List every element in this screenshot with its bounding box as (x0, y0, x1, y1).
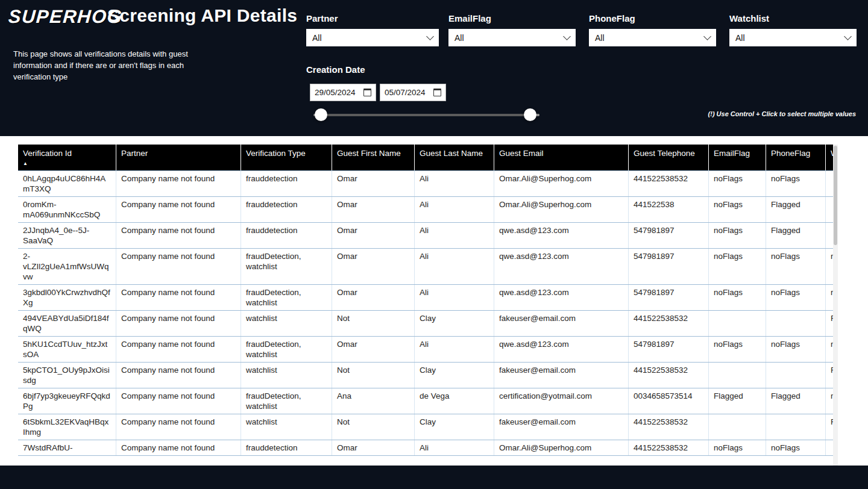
column-header-label: Guest First Name (337, 149, 401, 158)
verification-table: Verification Id▲PartnerVerification Type… (18, 145, 838, 466)
cell-verification-id: 5hKU1CcdTUuv_htzJxtsOA (18, 337, 116, 363)
start-date-input[interactable]: 29/05/2024 (310, 84, 376, 101)
column-header-guest-email[interactable]: Guest Email (494, 145, 629, 171)
cell-guest-telephone: 547981897 (629, 337, 709, 363)
calendar-icon (363, 89, 371, 96)
cell-guest-email: fakeuser@email.com (494, 363, 629, 388)
cell-partner: Company name not found (116, 197, 241, 223)
watchlist-dropdown[interactable]: All (729, 29, 857, 46)
cell-guest-first-name: Omar (332, 171, 415, 197)
table-row[interactable]: 7WstdRAfbU-Company name not foundfraudde… (18, 440, 838, 456)
cell-guest-first-name: Ana (332, 388, 415, 414)
column-header-guest-telephone[interactable]: Guest Telephone (629, 145, 709, 171)
cell-guest-email: qwe.asd@123.com (494, 249, 629, 285)
table-row[interactable]: 0romKm-mA069unmNKccSbQCompany name not f… (18, 197, 838, 223)
column-header-label: Guest Telephone (634, 149, 695, 158)
table-row[interactable]: 494VEABYdUa5iDf184fqWQCompany name not f… (18, 311, 838, 337)
cell-verification-id: 6tSbkmL32EKVaqHBqxIhmg (18, 414, 116, 440)
cell-emailflag: noFlags (709, 197, 766, 223)
cell-phoneflag: noFlags (766, 337, 826, 363)
cell-partner: Company name not found (116, 223, 241, 249)
table-row[interactable]: 0hLAgqp4uUC86hH4AmT3XQCompany name not f… (18, 171, 838, 197)
cell-guest-email: qwe.asd@123.com (494, 337, 629, 363)
cell-partner: Company name not found (116, 285, 241, 311)
column-header-partner[interactable]: Partner (116, 145, 241, 171)
creation-date-label: Creation Date (306, 64, 365, 75)
phoneflag-dropdown-value: All (595, 33, 605, 43)
cell-phoneflag: Flagged (766, 223, 826, 249)
chevron-down-icon (844, 33, 852, 40)
cell-verification-type: frauddetection (241, 440, 332, 456)
cell-guest-email: qwe.asd@123.com (494, 223, 629, 249)
watchlist-dropdown-value: All (735, 33, 745, 43)
multi-select-hint: (!) Use Control + Click to select multip… (708, 110, 856, 117)
cell-partner: Company name not found (116, 171, 241, 197)
slider-selected-range (321, 114, 530, 116)
column-header-label: EmailFlag (714, 149, 750, 158)
slider-handle-end[interactable] (524, 108, 536, 121)
cell-verification-id: 2-vLZIl2gUeA1mfWsUWqvw (18, 249, 116, 285)
phoneflag-dropdown[interactable]: All (589, 29, 716, 46)
cell-verification-id: 6bjf7yp3gkeueyRFQqkdPg (18, 388, 116, 414)
cell-verification-id: 494VEABYdUa5iDf184fqWQ (18, 311, 116, 337)
table-row[interactable]: 6bjf7yp3gkeueyRFQqkdPgCompany name not f… (18, 388, 838, 414)
cell-partner: Company name not found (116, 311, 241, 337)
cell-emailflag (709, 414, 766, 440)
cell-emailflag (709, 363, 766, 388)
end-date-input[interactable]: 05/07/2024 (380, 84, 446, 101)
cell-guest-telephone: 547981897 (629, 285, 709, 311)
column-header-label: Partner (121, 149, 148, 158)
filter-label-emailflag: EmailFlag (448, 13, 576, 23)
cell-verification-type: watchlist (241, 414, 332, 440)
cell-phoneflag (766, 414, 826, 440)
scrollbar-thumb[interactable] (834, 146, 837, 245)
emailflag-dropdown[interactable]: All (448, 29, 576, 46)
table-scrollbar[interactable] (833, 145, 838, 466)
partner-dropdown[interactable]: All (306, 29, 439, 46)
slider-handle-start[interactable] (315, 108, 327, 121)
cell-guest-last-name: Ali (415, 223, 494, 249)
cell-guest-first-name: Omar (332, 197, 415, 223)
table-row[interactable]: 6tSbkmL32EKVaqHBqxIhmgCompany name not f… (18, 414, 838, 440)
cell-guest-email: Omar.Ali@Superhog.com (494, 440, 629, 456)
cell-emailflag: noFlags (709, 223, 766, 249)
column-header-phoneflag[interactable]: PhoneFlag (766, 145, 826, 171)
cell-guest-last-name: de Vega (415, 388, 494, 414)
column-header-guest-first-name[interactable]: Guest First Name (332, 145, 415, 171)
cell-guest-email: fakeuser@email.com (494, 414, 629, 440)
filter-label-partner: Partner (306, 13, 439, 23)
table-row[interactable]: 3gkbdl00YkCrwzhvdhQfXgCompany name not f… (18, 285, 838, 311)
filter-label-watchlist: Watchlist (729, 13, 857, 23)
cell-guest-first-name: Omar (332, 249, 415, 285)
cell-verification-type: fraudDetection, watchlist (241, 388, 332, 414)
chevron-down-icon (426, 33, 434, 40)
cell-partner: Company name not found (116, 414, 241, 440)
filter-label-phoneflag: PhoneFlag (589, 13, 716, 23)
column-header-verification-id[interactable]: Verification Id▲ (18, 145, 116, 171)
cell-partner: Company name not found (116, 363, 241, 388)
table-row[interactable]: 2-vLZIl2gUeA1mfWsUWqvwCompany name not f… (18, 249, 838, 285)
cell-emailflag: Flagged (709, 388, 766, 414)
chevron-down-icon (703, 33, 711, 40)
cell-guest-last-name: Clay (415, 311, 494, 337)
page-description: This page shows all verifications detail… (13, 48, 194, 83)
cell-guest-email: Omar.Ali@Superhog.com (494, 171, 629, 197)
cell-guest-telephone: 441522538532 (629, 440, 709, 456)
cell-guest-first-name: Not (332, 363, 415, 388)
table-row[interactable]: 5hKU1CcdTUuv_htzJxtsOACompany name not f… (18, 337, 838, 363)
table-row[interactable]: 5kpCTO1_OUy9pJxOisisdgCompany name not f… (18, 363, 838, 388)
column-header-emailflag[interactable]: EmailFlag (709, 145, 766, 171)
cell-phoneflag (766, 363, 826, 388)
table-header-row: Verification Id▲PartnerVerification Type… (18, 145, 838, 171)
cell-guest-telephone: 547981897 (629, 223, 709, 249)
cell-verification-type: watchlist (241, 363, 332, 388)
cell-verification-type: watchlist (241, 311, 332, 337)
cell-guest-last-name: Ali (415, 440, 494, 456)
table-row[interactable]: 2JJnqbA4_0e--5J-SaaVaQCompany name not f… (18, 223, 838, 249)
cell-emailflag: noFlags (709, 249, 766, 285)
cell-verification-type: frauddetection (241, 223, 332, 249)
cell-guest-telephone: 441522538 (629, 197, 709, 223)
column-header-guest-last-name[interactable]: Guest Last Name (415, 145, 494, 171)
column-header-verification-type[interactable]: Verification Type (241, 145, 332, 171)
cell-partner: Company name not found (116, 249, 241, 285)
